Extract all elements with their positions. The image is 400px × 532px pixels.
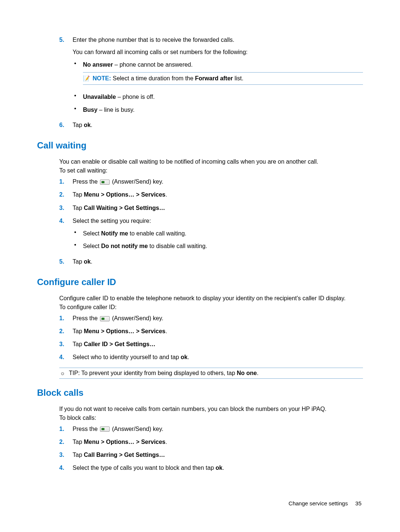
blockcalls-intro2: To block calls: [59,414,363,422]
text-bold: ok [181,354,188,360]
step-number: 2. [59,327,64,335]
text-bold: Menu > Options… > Services [84,439,166,445]
text-bold: Do not notify me [101,243,148,249]
text-part: Tap [73,328,84,334]
text-part: Press the [73,178,99,185]
note-bold: Forward after [195,75,233,81]
text-part: Tap [73,122,84,128]
cid-step-1: 1. Press the (Answer/Send) key. [59,312,363,325]
option-unavailable: Unavailable – phone is off. [73,91,363,103]
note-label: NOTE: [93,75,111,81]
callerid-steps: 1. Press the (Answer/Send) key. 2. Tap M… [59,312,363,364]
step-number: 5. [59,36,64,44]
footer-section: Change service settings [289,500,348,506]
text-part: Press the [73,315,99,321]
text-part: Select who to identity yourself to and t… [73,354,181,360]
note-text-b: list. [233,75,243,81]
tip-body: TIP: To prevent your identity from being… [69,370,259,377]
step-number: 5. [59,257,64,266]
text-part: Press the [73,426,99,432]
bc-step-4: 4. Select the type of calls you want to … [59,461,363,474]
step-number: 1. [59,314,64,322]
step-text: Tap ok. [73,122,92,128]
note-callout: 📝 NOTE: Select a time duration from the … [83,72,363,85]
tip-callout: ☼ TIP: To prevent your identity from bei… [59,368,363,379]
call-waiting-intro2: To set call waiting: [59,166,363,175]
call-waiting-steps: 1. Press the (Answer/Send) key. 2. Tap M… [59,175,363,268]
step-text: Tap Menu > Options… > Services. [73,328,167,334]
step-number: 4. [59,353,64,361]
text-part: Tap [73,258,84,265]
option-text: – line is busy. [97,107,134,113]
bc-step-2: 2. Tap Menu > Options… > Services. [59,435,363,448]
text-bold: Caller ID > Get Settings… [84,341,155,347]
text-part: . [91,258,92,265]
text-part: Select the type of calls you want to blo… [73,465,216,471]
text-part: Tap [73,205,84,211]
text-bold: ok [84,258,91,265]
text-part: to enable call waiting. [128,230,186,237]
text-part: to disable call waiting. [148,243,207,249]
tip-label: TIP: [69,370,80,376]
callerid-intro1: Configure caller ID to enable the teleph… [59,294,363,303]
step-text: Select who to identity yourself to and t… [73,354,189,360]
cw-step-2: 2. Tap Menu > Options… > Services. [59,188,363,201]
text-bold: Menu > Options… > Services [84,328,166,334]
step-number: 3. [59,204,64,212]
text-part: (Answer/Send) key. [110,426,163,432]
cw-step-1: 1. Press the (Answer/Send) key. [59,175,363,188]
cw-options: Select Notify me to enable call waiting.… [73,227,363,253]
blockcalls-intro1: If you do not want to receive calls from… [59,405,363,414]
answer-send-key-icon [100,180,110,185]
cw-opt-notify: Select Notify me to enable call waiting. [73,227,363,240]
step-text: Tap Call Barring > Get Settings… [73,452,165,458]
option-label: Unavailable [83,94,116,100]
cid-step-3: 3. Tap Caller ID > Get Settings… [59,338,363,351]
text-bold: Call Barring > Get Settings… [84,452,165,458]
step-text: Tap Menu > Options… > Services. [73,439,167,445]
note-text-a: Select a time duration from the [113,75,195,81]
note-body: NOTE: Select a time duration from the Fo… [93,74,243,83]
text-part: Tap [73,452,84,458]
step-text: Press the (Answer/Send) key. [73,315,163,321]
option-text: – phone is off. [116,94,155,100]
text-part: . [166,191,167,198]
forwarding-options: No answer – phone cannot be answered. 📝 … [73,58,363,116]
text-part: . [257,370,259,376]
text-part: (Answer/Send) key. [110,315,163,321]
step-number: 3. [59,340,64,348]
text-bold: ok [216,465,223,471]
bc-step-3: 3. Tap Call Barring > Get Settings… [59,448,363,461]
step-number: 1. [59,177,64,186]
text-part: . [91,122,92,128]
step-number: 1. [59,425,64,433]
answer-send-key-icon [100,316,110,321]
option-label: Busy [83,107,97,113]
cid-step-4: 4. Select who to identity yourself to an… [59,351,363,364]
text-bold: Call Waiting > Get Settings… [84,205,165,211]
bc-step-1: 1. Press the (Answer/Send) key. [59,422,363,435]
text-part: . [166,328,167,334]
text-bold: No one [237,370,257,376]
step-number: 4. [59,217,64,225]
page-footer: Change service settings 35 [37,500,363,506]
step-number: 2. [59,438,64,446]
cw-step-5: 5. Tap ok. [59,255,363,268]
note-icon: 📝 [83,76,90,81]
page: 5. Enter the phone number that is to rec… [0,0,400,529]
text-part: To prevent your identity from being disp… [81,370,237,376]
text-bold: Menu > Options… > Services [84,191,166,198]
cw-opt-donotnotify: Select Do not notify me to disable call … [73,240,363,252]
tip-icon: ☼ [59,370,66,376]
text-part: Select [83,243,101,249]
step-text: Select the type of calls you want to blo… [73,465,224,471]
step-text: Select the setting you require: [73,218,151,224]
heading-call-waiting: Call waiting [37,140,363,151]
text-part: Select [83,230,101,237]
answer-send-key-icon [100,426,110,432]
step-number: 4. [59,464,64,472]
forwarding-step-5: 5. Enter the phone number that is to rec… [59,33,363,118]
option-text: – phone cannot be answered. [113,61,193,68]
step-text: Press the (Answer/Send) key. [73,426,163,432]
text-part: Tap [73,191,84,198]
